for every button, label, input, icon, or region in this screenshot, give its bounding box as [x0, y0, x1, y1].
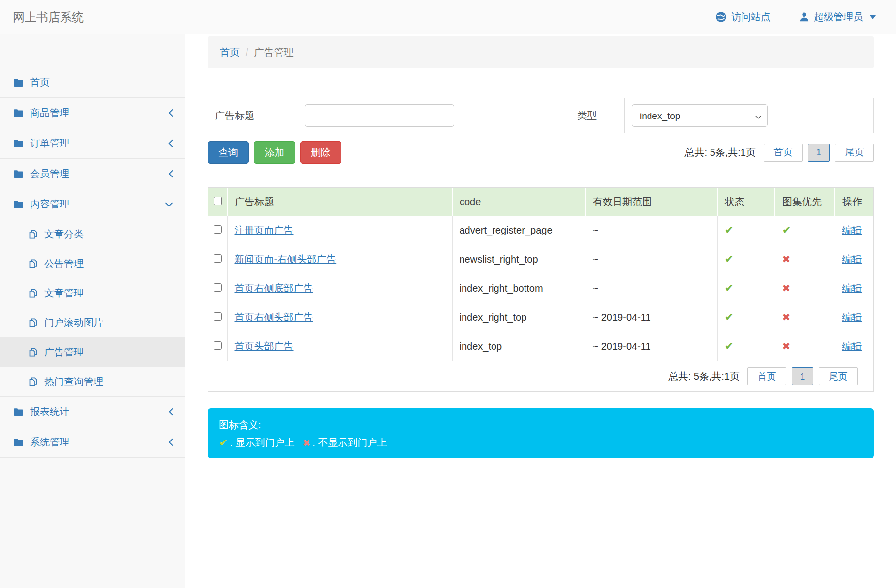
edit-link[interactable]: 编辑 [842, 312, 862, 323]
legend-show-text: : 显示到门户上 [230, 436, 294, 449]
row-checkbox[interactable] [214, 254, 222, 263]
sidebar-item-label: 系统管理 [30, 436, 69, 449]
folder-icon [13, 408, 24, 416]
toolbar: 查询 添加 删除 总共: 5条,共:1页 首页 1 尾页 [208, 141, 874, 164]
copy-icon [28, 288, 38, 298]
folder-icon [13, 139, 24, 148]
ad-title-label: 广告标题 [208, 98, 299, 133]
folder-icon [13, 200, 24, 209]
user-menu[interactable]: 超级管理员 [799, 10, 876, 24]
globe-icon [715, 11, 727, 23]
search-button[interactable]: 查询 [208, 141, 249, 164]
chevron-left-icon [168, 108, 174, 118]
ad-table: 广告标题 code 有效日期范围 状态 图集优先 操作 注册页面广告 adver… [208, 188, 873, 361]
col-header-title: 广告标题 [227, 188, 452, 216]
edit-link[interactable]: 编辑 [842, 283, 862, 294]
copy-icon [28, 318, 38, 328]
table-row: 首页右侧头部广告 index_right_top ~ 2019-04-11 ✔ … [208, 303, 873, 332]
chevron-left-icon [168, 169, 174, 178]
date-range-cell: ~ 2019-04-11 [586, 332, 717, 361]
sidebar-item-products[interactable]: 商品管理 [0, 97, 185, 128]
col-header-range: 有效日期范围 [586, 188, 717, 216]
copy-icon [28, 377, 38, 387]
breadcrumb: 首页 / 广告管理 [208, 36, 874, 68]
ad-title-link[interactable]: 新闻页面-右侧头部广告 [235, 254, 337, 265]
sidebar-item-label: 内容管理 [30, 198, 69, 211]
ad-title-link[interactable]: 首页头部广告 [235, 341, 294, 352]
delete-button[interactable]: 删除 [300, 141, 341, 164]
sidebar-item-label: 文章分类 [44, 228, 84, 241]
legend-hide-text: : 不显示到门户上 [312, 436, 387, 449]
sidebar-item-members[interactable]: 会员管理 [0, 158, 185, 189]
page-1-button[interactable]: 1 [808, 144, 830, 162]
ad-title-input[interactable] [305, 104, 454, 127]
sidebar-item-notice[interactable]: 公告管理 [0, 249, 185, 278]
edit-link[interactable]: 编辑 [842, 254, 862, 265]
first-page-button[interactable]: 首页 [747, 367, 786, 385]
sidebar-item-label: 热门查询管理 [44, 375, 103, 388]
sidebar-item-orders[interactable]: 订单管理 [0, 128, 185, 158]
caret-down-icon [869, 15, 876, 19]
sidebar-item-label: 会员管理 [30, 167, 69, 180]
sidebar-item-content[interactable]: 内容管理 [0, 189, 185, 219]
table-header-row: 广告标题 code 有效日期范围 状态 图集优先 操作 [208, 188, 873, 216]
cross-icon: ✖ [782, 283, 791, 293]
copy-icon [28, 259, 38, 269]
sidebar-item-label: 文章管理 [44, 287, 84, 300]
ad-title-link[interactable]: 首页右侧头部广告 [235, 312, 313, 323]
visit-site-link[interactable]: 访问站点 [715, 10, 771, 24]
ad-title-link[interactable]: 注册页面广告 [235, 225, 294, 235]
row-checkbox[interactable] [214, 312, 222, 321]
top-header: 网上书店系统 访问站点 超级管理员 [0, 0, 896, 34]
breadcrumb-separator: / [246, 47, 248, 58]
row-checkbox[interactable] [214, 283, 222, 292]
copy-icon [28, 229, 38, 239]
date-range-cell: ~ [586, 245, 717, 274]
first-page-button[interactable]: 首页 [764, 144, 803, 162]
sidebar-item-hot-query[interactable]: 热门查询管理 [0, 367, 185, 396]
date-range-cell: ~ 2019-04-11 [586, 303, 717, 332]
page-1-button[interactable]: 1 [792, 367, 813, 385]
table-row: 首页头部广告 index_top ~ 2019-04-11 ✔ ✖ 编辑 [208, 332, 873, 361]
pagination-top: 总共: 5条,共:1页 首页 1 尾页 [685, 144, 874, 162]
col-header-gallery: 图集优先 [775, 188, 835, 216]
ad-table-container: 广告标题 code 有效日期范围 状态 图集优先 操作 注册页面广告 adver… [208, 187, 874, 392]
add-button[interactable]: 添加 [254, 141, 295, 164]
sidebar-item-portal-slider[interactable]: 门户滚动图片 [0, 308, 185, 337]
sidebar-item-reports[interactable]: 报表统计 [0, 396, 185, 427]
last-page-button[interactable]: 尾页 [819, 367, 858, 385]
chevron-left-icon [168, 407, 174, 416]
col-header-action: 操作 [835, 188, 873, 216]
edit-link[interactable]: 编辑 [842, 341, 862, 352]
chevron-down-icon [164, 202, 174, 207]
pagination-summary: 总共: 5条,共:1页 [669, 370, 740, 383]
user-icon [799, 12, 809, 22]
cross-icon: ✖ [782, 341, 791, 351]
edit-link[interactable]: 编辑 [842, 225, 862, 235]
row-checkbox[interactable] [214, 225, 222, 234]
type-select[interactable]: index_top [632, 104, 768, 127]
sidebar-item-home[interactable]: 首页 [0, 67, 185, 97]
table-row: 首页右侧底部广告 index_right_bottom ~ ✔ ✖ 编辑 [208, 274, 873, 303]
code-cell: advert_register_page [452, 216, 586, 245]
sidebar-item-label: 订单管理 [30, 137, 69, 150]
content-submenu: 文章分类 公告管理 文章管理 门户滚动图片 广告管理 [0, 219, 185, 396]
main-content: 首页 / 广告管理 广告标题 类型 index_top 查询 添加 删除 [185, 34, 896, 588]
sidebar-item-label: 商品管理 [30, 106, 69, 119]
row-checkbox[interactable] [214, 341, 222, 350]
sidebar-item-article[interactable]: 文章管理 [0, 278, 185, 308]
sidebar-item-label: 门户滚动图片 [44, 316, 103, 329]
check-icon: ✔ [725, 341, 734, 352]
table-row: 新闻页面-右侧头部广告 newslist_right_top ~ ✔ ✖ 编辑 [208, 245, 873, 274]
select-all-checkbox[interactable] [214, 197, 222, 205]
code-cell: index_right_top [452, 303, 586, 332]
sidebar-item-label: 报表统计 [30, 405, 69, 418]
last-page-button[interactable]: 尾页 [835, 144, 874, 162]
breadcrumb-home-link[interactable]: 首页 [220, 46, 240, 59]
check-icon: ✔ [219, 438, 228, 448]
ad-title-link[interactable]: 首页右侧底部广告 [235, 283, 313, 294]
sidebar-item-system[interactable]: 系统管理 [0, 427, 185, 457]
check-icon: ✔ [725, 225, 734, 235]
sidebar-item-article-category[interactable]: 文章分类 [0, 219, 185, 249]
sidebar-item-advert[interactable]: 广告管理 [0, 337, 185, 367]
